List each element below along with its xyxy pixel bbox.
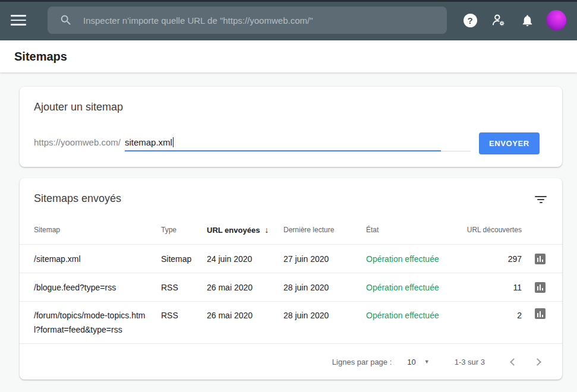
next-page-button[interactable] <box>525 350 549 374</box>
sitemap-input[interactable]: sitemap.xml <box>125 137 441 151</box>
cell-discovered: 297 <box>465 254 522 264</box>
bell-icon <box>521 14 534 27</box>
window-top-strip <box>0 0 577 2</box>
pagination-range: 1-3 sur 3 <box>455 358 485 366</box>
text-cursor <box>173 137 174 147</box>
table-row[interactable]: /blogue.feed?type=rss RSS 26 mai 2020 28… <box>20 273 562 302</box>
cell-sitemap: /blogue.feed?type=rss <box>34 280 161 295</box>
search-input[interactable] <box>83 15 437 26</box>
header-last-read[interactable]: Dernière lecture <box>283 226 366 234</box>
top-app-bar: ? <box>0 0 577 40</box>
header-sitemap[interactable]: Sitemap <box>34 226 161 234</box>
filter-icon[interactable] <box>534 192 548 207</box>
search-icon <box>59 14 72 27</box>
help-button[interactable]: ? <box>456 6 484 34</box>
cell-submitted: 26 mai 2020 <box>207 308 283 323</box>
cell-last-read: 28 juin 2020 <box>283 283 366 292</box>
account-avatar-button[interactable] <box>541 6 570 34</box>
add-sitemap-form: https://yoomweb.com/ sitemap.xml ENVOYER <box>34 132 548 151</box>
cell-type: RSS <box>161 283 207 292</box>
user-settings-button[interactable] <box>484 6 513 34</box>
cell-last-read: 27 juin 2020 <box>283 254 366 264</box>
submit-sitemap-button[interactable]: ENVOYER <box>479 132 540 154</box>
bar-chart-icon[interactable] <box>535 308 546 319</box>
chevron-right-icon <box>534 358 541 366</box>
pagination-bar: Lignes par page : 10 ▼ 1-3 sur 3 <box>20 344 562 380</box>
rows-per-page-value[interactable]: 10 <box>407 358 415 366</box>
header-status[interactable]: État <box>366 226 465 234</box>
header-type[interactable]: Type <box>161 226 207 234</box>
notifications-button[interactable] <box>513 6 541 34</box>
submitted-sitemaps-card: Sitemaps envoyés Sitemap Type URL envoyé… <box>20 178 562 380</box>
avatar <box>546 10 566 30</box>
sort-desc-icon: ↓ <box>264 225 269 235</box>
bar-chart-icon[interactable] <box>535 282 546 293</box>
header-url-sent[interactable]: URL envoyées↓ <box>207 225 283 235</box>
cell-discovered: 2 <box>465 308 522 323</box>
main-content: Ajouter un sitemap https://yoomweb.com/ … <box>0 72 577 380</box>
status-badge: Opération effectuée <box>366 283 465 292</box>
cell-submitted: 24 juin 2020 <box>207 254 283 264</box>
cell-type: RSS <box>161 308 207 323</box>
cell-last-read: 28 juin 2020 <box>283 308 366 323</box>
table-header-row: Sitemap Type URL envoyées↓ Dernière lect… <box>20 215 562 245</box>
cell-sitemap: /sitemap.xml <box>34 252 161 266</box>
table-row[interactable]: /sitemap.xml Sitemap 24 juin 2020 27 jui… <box>20 245 562 273</box>
rows-per-page-label: Lignes par page : <box>332 358 392 366</box>
page-title: Sitemaps <box>14 50 67 64</box>
sitemap-input-value: sitemap.xml <box>125 137 172 147</box>
cell-sitemap: /forum/topics/mode-topics.html?format=fe… <box>34 308 161 337</box>
table-row[interactable]: /forum/topics/mode-topics.html?format=fe… <box>20 302 562 344</box>
chevron-left-icon <box>510 358 518 366</box>
user-gear-icon <box>491 12 506 28</box>
url-prefix-label: https://yoomweb.com/ <box>34 137 121 151</box>
submitted-sitemaps-title: Sitemaps envoyés <box>34 192 121 205</box>
cell-type: Sitemap <box>161 254 207 264</box>
menu-icon[interactable] <box>11 12 26 29</box>
chevron-down-icon[interactable]: ▼ <box>424 359 430 365</box>
previous-page-button[interactable] <box>502 350 525 374</box>
add-sitemap-title: Ajouter un sitemap <box>34 101 548 113</box>
add-sitemap-card: Ajouter un sitemap https://yoomweb.com/ … <box>20 87 562 167</box>
header-url-discovered[interactable]: URL découvertes <box>465 226 522 234</box>
url-inspection-searchbox[interactable] <box>48 7 447 34</box>
cell-submitted: 26 mai 2020 <box>207 283 283 292</box>
status-badge: Opération effectuée <box>366 254 465 264</box>
status-badge: Opération effectuée <box>366 308 465 323</box>
help-icon: ? <box>464 14 477 27</box>
input-underline-tail <box>441 151 471 151</box>
bar-chart-icon[interactable] <box>535 254 546 264</box>
cell-discovered: 11 <box>465 283 522 292</box>
page-header: Sitemaps <box>0 40 577 72</box>
